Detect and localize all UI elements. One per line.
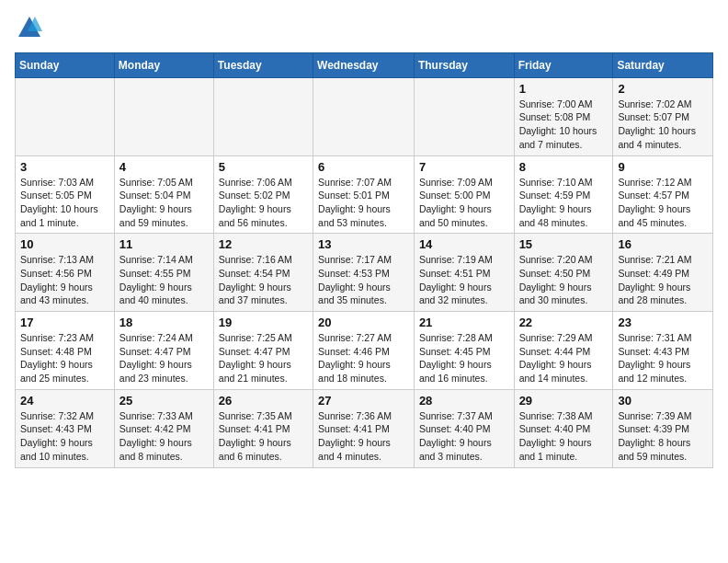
day-info: Sunrise: 7:05 AM Sunset: 5:04 PM Dayligh…	[119, 176, 209, 230]
calendar-cell: 5Sunrise: 7:06 AM Sunset: 5:02 PM Daylig…	[213, 155, 313, 234]
calendar-cell: 27Sunrise: 7:36 AM Sunset: 4:41 PM Dayli…	[313, 389, 415, 467]
logo	[15, 15, 44, 45]
calendar-week-row: 10Sunrise: 7:13 AM Sunset: 4:56 PM Dayli…	[16, 234, 713, 312]
calendar-week-row: 3Sunrise: 7:03 AM Sunset: 5:05 PM Daylig…	[16, 155, 713, 234]
day-number: 9	[618, 160, 708, 174]
day-number: 17	[20, 316, 109, 329]
day-info: Sunrise: 7:25 AM Sunset: 4:47 PM Dayligh…	[219, 331, 308, 385]
day-info: Sunrise: 7:38 AM Sunset: 4:40 PM Dayligh…	[519, 409, 609, 464]
day-info: Sunrise: 7:39 AM Sunset: 4:39 PM Dayligh…	[618, 409, 708, 464]
day-number: 19	[219, 316, 308, 329]
day-info: Sunrise: 7:31 AM Sunset: 4:43 PM Dayligh…	[618, 331, 708, 385]
calendar-cell: 24Sunrise: 7:32 AM Sunset: 4:43 PM Dayli…	[16, 389, 115, 467]
day-info: Sunrise: 7:16 AM Sunset: 4:54 PM Dayligh…	[219, 253, 308, 307]
calendar-cell: 6Sunrise: 7:07 AM Sunset: 5:01 PM Daylig…	[313, 155, 415, 234]
day-info: Sunrise: 7:29 AM Sunset: 4:44 PM Dayligh…	[519, 331, 609, 385]
day-number: 7	[419, 160, 509, 174]
day-info: Sunrise: 7:02 AM Sunset: 5:07 PM Dayligh…	[618, 98, 708, 152]
day-info: Sunrise: 7:06 AM Sunset: 5:02 PM Dayligh…	[219, 176, 308, 230]
day-info: Sunrise: 7:27 AM Sunset: 4:46 PM Dayligh…	[318, 331, 409, 385]
calendar-cell: 25Sunrise: 7:33 AM Sunset: 4:42 PM Dayli…	[114, 389, 213, 467]
calendar-cell: 4Sunrise: 7:05 AM Sunset: 5:04 PM Daylig…	[114, 155, 213, 234]
page-header	[15, 15, 713, 45]
calendar-cell: 22Sunrise: 7:29 AM Sunset: 4:44 PM Dayli…	[514, 312, 613, 390]
day-info: Sunrise: 7:09 AM Sunset: 5:00 PM Dayligh…	[419, 176, 509, 230]
calendar-cell: 15Sunrise: 7:20 AM Sunset: 4:50 PM Dayli…	[514, 234, 613, 312]
calendar-cell: 21Sunrise: 7:28 AM Sunset: 4:45 PM Dayli…	[414, 312, 514, 390]
day-number: 4	[119, 160, 209, 174]
day-number: 25	[119, 394, 209, 408]
day-number: 29	[519, 394, 609, 408]
calendar-cell: 10Sunrise: 7:13 AM Sunset: 4:56 PM Dayli…	[16, 234, 115, 312]
calendar-week-row: 1Sunrise: 7:00 AM Sunset: 5:08 PM Daylig…	[16, 77, 713, 155]
calendar-cell	[414, 77, 514, 155]
day-number: 1	[519, 82, 609, 96]
calendar-cell: 9Sunrise: 7:12 AM Sunset: 4:57 PM Daylig…	[613, 155, 713, 234]
calendar-week-row: 24Sunrise: 7:32 AM Sunset: 4:43 PM Dayli…	[16, 389, 713, 467]
day-number: 24	[20, 394, 109, 408]
day-number: 28	[419, 394, 509, 408]
day-number: 12	[219, 237, 308, 251]
calendar-header-row: SundayMondayTuesdayWednesdayThursdayFrid…	[16, 52, 713, 77]
calendar-week-row: 17Sunrise: 7:23 AM Sunset: 4:48 PM Dayli…	[16, 312, 713, 390]
day-info: Sunrise: 7:33 AM Sunset: 4:42 PM Dayligh…	[119, 409, 209, 464]
calendar-table: SundayMondayTuesdayWednesdayThursdayFrid…	[15, 52, 713, 468]
day-info: Sunrise: 7:37 AM Sunset: 4:40 PM Dayligh…	[419, 409, 509, 464]
calendar-cell: 18Sunrise: 7:24 AM Sunset: 4:47 PM Dayli…	[114, 312, 213, 390]
day-info: Sunrise: 7:17 AM Sunset: 4:53 PM Dayligh…	[318, 253, 409, 307]
calendar-cell: 30Sunrise: 7:39 AM Sunset: 4:39 PM Dayli…	[613, 389, 713, 467]
calendar-cell: 26Sunrise: 7:35 AM Sunset: 4:41 PM Dayli…	[213, 389, 313, 467]
calendar-cell: 20Sunrise: 7:27 AM Sunset: 4:46 PM Dayli…	[313, 312, 415, 390]
day-number: 26	[219, 394, 308, 408]
calendar-cell	[16, 77, 115, 155]
calendar-cell	[313, 77, 415, 155]
day-info: Sunrise: 7:10 AM Sunset: 4:59 PM Dayligh…	[519, 176, 609, 230]
calendar-cell: 16Sunrise: 7:21 AM Sunset: 4:49 PM Dayli…	[613, 234, 713, 312]
day-number: 10	[20, 237, 109, 251]
day-number: 16	[618, 237, 708, 251]
day-number: 2	[618, 82, 708, 96]
day-number: 8	[519, 160, 609, 174]
calendar-cell: 19Sunrise: 7:25 AM Sunset: 4:47 PM Dayli…	[213, 312, 313, 390]
day-number: 23	[618, 316, 708, 329]
logo-icon	[17, 15, 42, 40]
day-number: 27	[318, 394, 409, 408]
calendar-cell: 17Sunrise: 7:23 AM Sunset: 4:48 PM Dayli…	[16, 312, 115, 390]
day-info: Sunrise: 7:13 AM Sunset: 4:56 PM Dayligh…	[20, 253, 109, 307]
calendar-cell: 11Sunrise: 7:14 AM Sunset: 4:55 PM Dayli…	[114, 234, 213, 312]
day-number: 14	[419, 237, 509, 251]
day-info: Sunrise: 7:12 AM Sunset: 4:57 PM Dayligh…	[618, 176, 708, 230]
logo-text	[15, 15, 44, 45]
day-number: 22	[519, 316, 609, 329]
calendar-header-wednesday: Wednesday	[313, 52, 415, 77]
calendar-cell: 1Sunrise: 7:00 AM Sunset: 5:08 PM Daylig…	[514, 77, 613, 155]
day-number: 13	[318, 237, 409, 251]
day-info: Sunrise: 7:19 AM Sunset: 4:51 PM Dayligh…	[419, 253, 509, 307]
calendar-cell: 3Sunrise: 7:03 AM Sunset: 5:05 PM Daylig…	[16, 155, 115, 234]
calendar-header-monday: Monday	[114, 52, 213, 77]
day-number: 21	[419, 316, 509, 329]
day-info: Sunrise: 7:23 AM Sunset: 4:48 PM Dayligh…	[20, 331, 109, 385]
calendar-cell: 29Sunrise: 7:38 AM Sunset: 4:40 PM Dayli…	[514, 389, 613, 467]
day-info: Sunrise: 7:07 AM Sunset: 5:01 PM Dayligh…	[318, 176, 409, 230]
calendar-cell: 13Sunrise: 7:17 AM Sunset: 4:53 PM Dayli…	[313, 234, 415, 312]
day-info: Sunrise: 7:21 AM Sunset: 4:49 PM Dayligh…	[618, 253, 708, 307]
day-info: Sunrise: 7:32 AM Sunset: 4:43 PM Dayligh…	[20, 409, 109, 464]
calendar-cell: 12Sunrise: 7:16 AM Sunset: 4:54 PM Dayli…	[213, 234, 313, 312]
calendar-cell	[213, 77, 313, 155]
day-number: 5	[219, 160, 308, 174]
calendar-cell: 7Sunrise: 7:09 AM Sunset: 5:00 PM Daylig…	[414, 155, 514, 234]
calendar-cell: 14Sunrise: 7:19 AM Sunset: 4:51 PM Dayli…	[414, 234, 514, 312]
day-number: 3	[20, 160, 109, 174]
day-info: Sunrise: 7:14 AM Sunset: 4:55 PM Dayligh…	[119, 253, 209, 307]
calendar-cell	[114, 77, 213, 155]
day-number: 6	[318, 160, 409, 174]
day-info: Sunrise: 7:03 AM Sunset: 5:05 PM Dayligh…	[20, 176, 109, 230]
calendar-header-tuesday: Tuesday	[213, 52, 313, 77]
day-number: 11	[119, 237, 209, 251]
day-info: Sunrise: 7:00 AM Sunset: 5:08 PM Dayligh…	[519, 98, 609, 152]
day-number: 30	[618, 394, 708, 408]
day-number: 20	[318, 316, 409, 329]
day-info: Sunrise: 7:24 AM Sunset: 4:47 PM Dayligh…	[119, 331, 209, 385]
calendar-cell: 28Sunrise: 7:37 AM Sunset: 4:40 PM Dayli…	[414, 389, 514, 467]
